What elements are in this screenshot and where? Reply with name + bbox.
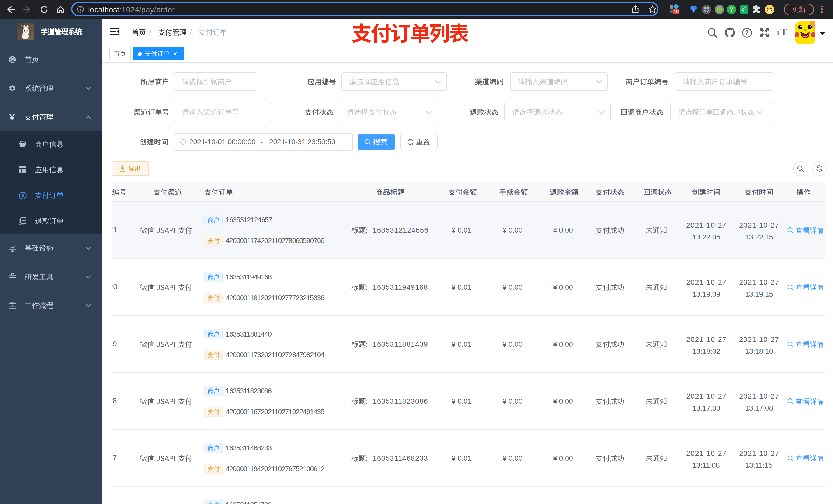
svg-text:?: ? [745, 29, 749, 36]
svg-text:Y: Y [730, 6, 733, 13]
svg-text:⌘: ⌘ [704, 6, 709, 13]
svg-text:10: 10 [674, 9, 679, 14]
